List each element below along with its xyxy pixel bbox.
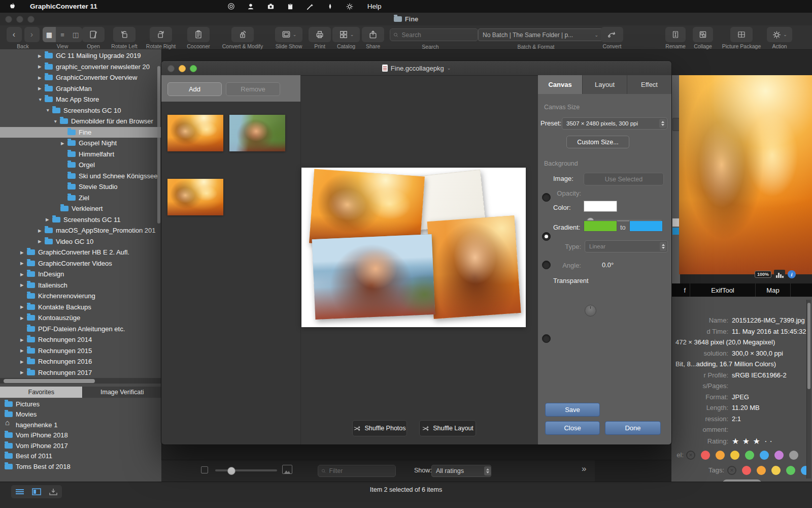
- tree-item[interactable]: ▶ Rechnungen 2016: [0, 356, 161, 367]
- camera-icon[interactable]: [266, 2, 275, 11]
- rotate-left-tool[interactable]: Rotate Left: [109, 27, 140, 49]
- thumbnail-size-slider[interactable]: [215, 469, 277, 471]
- disclosure-triangle-icon[interactable]: ▶: [20, 315, 27, 321]
- color-radio[interactable]: [542, 232, 551, 241]
- tab-exif[interactable]: f: [671, 283, 690, 297]
- tree-item[interactable]: Kirchenrenovierung: [0, 291, 161, 302]
- tree-item[interactable]: ▶ Rechnungen 2015: [0, 345, 161, 357]
- tag-color-dot[interactable]: [771, 466, 781, 475]
- target-icon[interactable]: [227, 2, 235, 11]
- collage-canvas[interactable]: [301, 168, 526, 327]
- tree-item[interactable]: ▶ Kontakte Backups: [0, 302, 161, 313]
- disclosure-triangle-icon[interactable]: ▶: [20, 370, 27, 375]
- print-tool[interactable]: Print: [309, 27, 331, 49]
- disclosure-triangle-icon[interactable]: ▶: [20, 282, 27, 288]
- info-icon[interactable]: i: [788, 270, 796, 278]
- tab-favorites[interactable]: Favorites: [0, 387, 82, 398]
- tree-item[interactable]: ▶ GraphicMan: [0, 83, 161, 94]
- angle-dial[interactable]: [585, 305, 596, 316]
- gradient-from-swatch[interactable]: [584, 220, 617, 232]
- action-tool[interactable]: ⌄ Action: [765, 27, 794, 49]
- search-input[interactable]: [401, 31, 475, 39]
- tree-item[interactable]: ▼ Demobilder für den Browser: [0, 116, 161, 127]
- tree-item[interactable]: ▶ Rechnungen 2017: [0, 367, 161, 378]
- toolbar-search-field[interactable]: [390, 28, 478, 41]
- label-color-dot[interactable]: [745, 451, 754, 460]
- tab-map[interactable]: Map: [756, 283, 791, 297]
- favorite-item[interactable]: Pictures: [0, 399, 161, 409]
- disclosure-triangle-icon[interactable]: ▶: [61, 141, 67, 146]
- tag-color-dot[interactable]: [786, 466, 795, 475]
- tree-item[interactable]: Orgel: [0, 160, 161, 171]
- convert-modify-tool[interactable]: Convert & Modify: [218, 27, 267, 49]
- favorite-item[interactable]: Vom iPhone 2018: [0, 430, 161, 441]
- tree-item[interactable]: ▶ Italienisch: [0, 280, 161, 291]
- add-photo-button[interactable]: Add: [167, 82, 222, 96]
- convert-tool[interactable]: Convert: [600, 27, 624, 49]
- rating-stars[interactable]: ★ ★ ★: [732, 436, 761, 446]
- open-tool[interactable]: Open: [80, 27, 107, 49]
- gradient-type-dropdown[interactable]: Linear: [585, 240, 668, 252]
- tab-image-verification[interactable]: Image Verificati: [82, 387, 161, 398]
- shuffle-photos-button[interactable]: Shuffle Photos: [352, 420, 407, 436]
- collage-photo-3[interactable]: [312, 234, 435, 320]
- transparent-radio[interactable]: [542, 334, 551, 343]
- list-view-button[interactable]: ≡: [56, 27, 69, 42]
- tag-color-dot[interactable]: [757, 466, 766, 475]
- toolbar-overflow-chevrons[interactable]: »: [582, 464, 586, 474]
- sidebar-vertical-scrollbar[interactable]: [157, 66, 160, 224]
- rotate-right-tool[interactable]: Rotate Right: [143, 27, 179, 49]
- catalog-tool[interactable]: ⌄ Catalog: [332, 27, 360, 49]
- chevron-down-icon[interactable]: ⌄: [447, 66, 451, 71]
- disclosure-triangle-icon[interactable]: ▼: [38, 97, 45, 102]
- wand-icon[interactable]: [306, 2, 315, 11]
- grid-view-button[interactable]: ▦: [43, 27, 56, 42]
- label-color-dot[interactable]: [789, 451, 798, 460]
- favorite-item[interactable]: hagenhenke 1: [0, 420, 161, 430]
- slide-show-tool[interactable]: ⌄ Slide Show: [271, 27, 307, 49]
- done-button[interactable]: Done: [605, 421, 661, 435]
- photo-thumbnail-1[interactable]: [167, 115, 223, 151]
- disclosure-triangle-icon[interactable]: ▶: [20, 359, 27, 364]
- preset-dropdown[interactable]: 3507 × 2480 pixels, 300 ppi: [562, 117, 667, 130]
- tree-item[interactable]: ▶ InDesign: [0, 269, 161, 280]
- favorite-item[interactable]: Toms Best of 2018: [0, 461, 161, 472]
- disclosure-triangle-icon[interactable]: ▶: [20, 272, 27, 277]
- app-menu-title[interactable]: GraphicConverter 11: [30, 3, 97, 10]
- disclosure-triangle-icon[interactable]: ▶: [38, 228, 45, 233]
- no-label-icon[interactable]: ×: [686, 451, 695, 460]
- tree-item[interactable]: ▶ GraphicConverter Videos: [0, 258, 161, 269]
- remove-photo-button[interactable]: Remove: [226, 82, 280, 96]
- favorite-item[interactable]: Best of 2011: [0, 451, 161, 462]
- share-tool[interactable]: Share: [361, 27, 385, 49]
- picture-package-tool[interactable]: Picture Package: [720, 27, 763, 49]
- tab-canvas[interactable]: Canvas: [538, 75, 583, 94]
- tree-item[interactable]: ▼ Mac App Store: [0, 94, 161, 105]
- disclosure-triangle-icon[interactable]: ▶: [38, 86, 45, 91]
- scrollbar-thumb[interactable]: [807, 303, 810, 389]
- tree-item[interactable]: ▶ graphic_converter newsletter 20: [0, 61, 161, 73]
- info-panel-scrollbar[interactable]: [806, 300, 811, 479]
- menu-item-help[interactable]: Help: [367, 3, 382, 10]
- disclosure-triangle-icon[interactable]: ▼: [46, 108, 52, 113]
- disclosure-triangle-icon[interactable]: ▶: [38, 53, 45, 58]
- slider-knob[interactable]: [227, 467, 235, 475]
- tree-item[interactable]: Ziel: [0, 193, 161, 204]
- filter-field[interactable]: [318, 465, 396, 477]
- background-color-swatch[interactable]: [584, 201, 617, 212]
- photo-thumbnail-3[interactable]: [167, 179, 223, 215]
- tree-item[interactable]: Verkleinert: [0, 203, 161, 214]
- filter-input[interactable]: [328, 467, 392, 475]
- favorite-item[interactable]: Movies: [0, 409, 161, 420]
- tree-item[interactable]: Himmelfahrt: [0, 149, 161, 160]
- label-color-dot[interactable]: [760, 451, 769, 460]
- tree-item[interactable]: ▶ Gospel Night: [0, 138, 161, 149]
- close-button[interactable]: Close: [545, 421, 600, 435]
- tree-item[interactable]: PDF-Dateien Anleitungen etc.: [0, 324, 161, 335]
- show-ratings-dropdown[interactable]: All ratings: [431, 465, 491, 477]
- tree-item[interactable]: ▼ Screenshots GC 10: [0, 105, 161, 116]
- disclosure-triangle-icon[interactable]: ▶: [46, 217, 52, 222]
- forward-button[interactable]: ›: [24, 27, 40, 42]
- label-color-dot[interactable]: [716, 451, 725, 460]
- dialog-titlebar[interactable]: Fine.gccollagepkg ⌄: [161, 61, 671, 76]
